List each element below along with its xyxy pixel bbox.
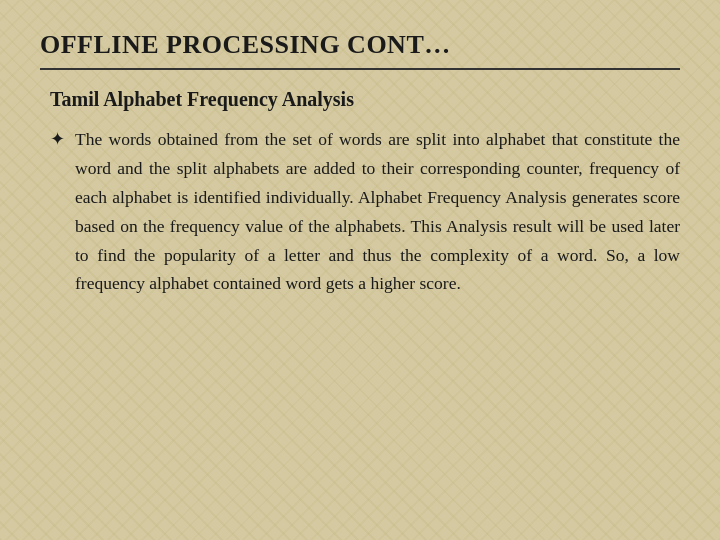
- bullet-item: ✦ The words obtained from the set of wor…: [50, 125, 680, 298]
- slide-title: OFFLINE PROCESSING CONT…: [40, 30, 680, 60]
- content-section: Tamil Alphabet Frequency Analysis ✦ The …: [40, 88, 680, 510]
- section-subtitle: Tamil Alphabet Frequency Analysis: [50, 88, 680, 111]
- bullet-icon: ✦: [50, 128, 65, 150]
- bullet-text: The words obtained from the set of words…: [75, 125, 680, 298]
- slide-container: OFFLINE PROCESSING CONT… Tamil Alphabet …: [0, 0, 720, 540]
- title-section: OFFLINE PROCESSING CONT…: [40, 30, 680, 70]
